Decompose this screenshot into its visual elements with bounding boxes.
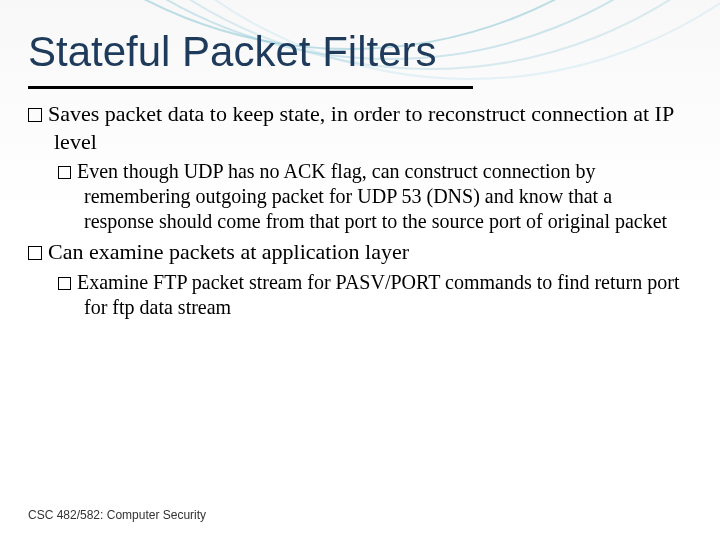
bullet-text: Can examine packets at application layer <box>48 239 409 264</box>
square-bullet-icon <box>58 166 71 179</box>
bullet-level1: Saves packet data to keep state, in orde… <box>28 100 680 155</box>
bullet-level1: Can examine packets at application layer <box>28 238 680 266</box>
square-bullet-icon <box>28 108 42 122</box>
title-underline <box>28 86 473 89</box>
bullet-level2: Examine FTP packet stream for PASV/PORT … <box>58 270 680 320</box>
bullet-text: Saves packet data to keep state, in orde… <box>48 101 673 154</box>
square-bullet-icon <box>58 277 71 290</box>
slide-body: Saves packet data to keep state, in orde… <box>28 100 680 324</box>
slide-footer: CSC 482/582: Computer Security <box>28 508 206 522</box>
bullet-level2: Even though UDP has no ACK flag, can con… <box>58 159 680 234</box>
bullet-text: Examine FTP packet stream for PASV/PORT … <box>77 271 679 318</box>
bullet-text: Even though UDP has no ACK flag, can con… <box>77 160 667 232</box>
square-bullet-icon <box>28 246 42 260</box>
slide-title: Stateful Packet Filters <box>28 28 437 76</box>
